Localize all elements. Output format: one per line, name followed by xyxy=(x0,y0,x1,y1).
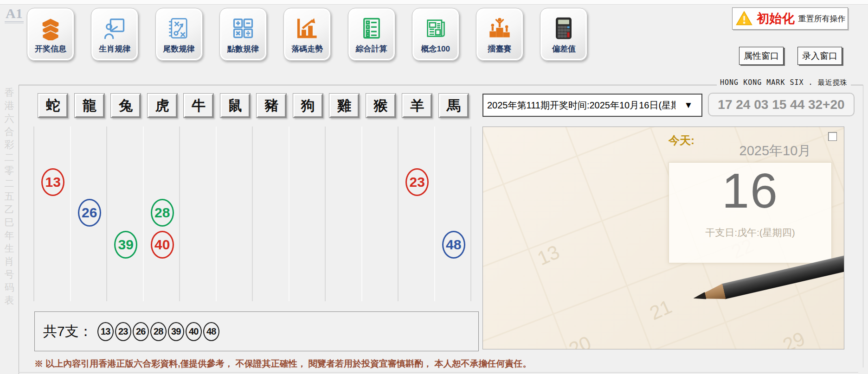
toolbar-button-label: 尾数规律 xyxy=(163,44,195,54)
toolbar-button-concept-100[interactable]: 概念100 xyxy=(412,8,459,61)
toolbar-button-label: 擂臺賽 xyxy=(488,44,512,54)
grid-number-40: 40 xyxy=(151,231,174,259)
toolbar-button-trend[interactable]: 落碼走勢 xyxy=(283,8,331,61)
latest-draw-numbers: 17 24 03 15 44 32+20 xyxy=(708,93,855,116)
disclaimer-text: ※ 以上內容引用香港正版六合彩資料,僅提供參考， 不保證其正確性， 閱覽者若用於… xyxy=(34,358,531,370)
tactics-icon xyxy=(166,15,192,42)
chart-icon xyxy=(295,16,319,40)
vertical-title-char: 乙 xyxy=(3,203,16,216)
grid-column-line xyxy=(434,127,435,301)
app-window: A1 开奖信息 生肖规律 尾数规律 xyxy=(0,0,868,374)
period-dropdown-value: 2025年第111期开奖时间:2025年10月16日(星期四) xyxy=(483,99,675,112)
vertical-title-char: 五 xyxy=(3,190,16,203)
vertical-title-char: 号 xyxy=(3,268,16,281)
grid-number-13: 13 xyxy=(41,168,64,196)
books-icon xyxy=(38,15,64,42)
toolbar-button-deviation[interactable]: 偏差值 xyxy=(540,8,587,61)
tactics-icon xyxy=(167,16,191,40)
summary-numbers: 13232628394048 xyxy=(97,322,221,341)
vertical-title-char: 巳 xyxy=(3,216,16,229)
zodiac-button-gou[interactable]: 狗 xyxy=(293,94,323,118)
vertical-title-char: 二 xyxy=(3,177,16,190)
toolbar-button-draw-info[interactable]: 开奖信息 xyxy=(27,8,74,61)
checklist-icon xyxy=(360,16,384,40)
newspaper-icon xyxy=(423,15,449,42)
summary-number-48: 48 xyxy=(203,322,219,341)
newspaper-icon xyxy=(424,16,448,40)
toolbar-button-label: 點數規律 xyxy=(227,44,259,54)
grid-column-line xyxy=(179,127,180,301)
bottom-divider xyxy=(19,372,858,373)
toolbar-button-zodiac-pattern[interactable]: 生肖规律 xyxy=(91,8,138,61)
math-grid-icon xyxy=(230,15,256,42)
summary-label: 共7支： xyxy=(43,322,93,341)
grid-column-line xyxy=(106,127,107,301)
zodiac-button-hu[interactable]: 虎 xyxy=(148,94,177,118)
entry-window-button[interactable]: 录入窗口 xyxy=(797,47,842,65)
summary-box: 共7支： 13232628394048 xyxy=(34,311,479,351)
toolbar-button-tail-pattern[interactable]: 尾数规律 xyxy=(155,8,203,61)
grid-column-line xyxy=(70,127,71,301)
grid-number-39: 39 xyxy=(114,231,137,259)
grid-column-line xyxy=(33,127,34,301)
grid-column-line xyxy=(325,127,326,301)
calendar-month-label: 2025年10月 xyxy=(708,142,842,160)
grid-column-line xyxy=(216,127,217,301)
corner-label: A1 xyxy=(5,6,24,23)
zodiac-button-yang[interactable]: 羊 xyxy=(402,94,432,118)
calendar-day-card: 16 干支日:戊午:(星期四) xyxy=(669,162,832,263)
zodiac-button-ji[interactable]: 雞 xyxy=(329,94,359,118)
grid-column-line xyxy=(143,127,144,301)
grid-column-line xyxy=(470,127,471,301)
vertical-title-char: 生 xyxy=(3,242,16,255)
summary-number-26: 26 xyxy=(133,322,149,341)
podium-icon xyxy=(488,16,512,40)
grid-column-line xyxy=(252,127,253,301)
calendar-day-number: 16 xyxy=(722,164,778,218)
zodiac-button-tu[interactable]: 兔 xyxy=(111,94,141,118)
summary-number-13: 13 xyxy=(97,322,114,341)
grid-number-23: 23 xyxy=(405,168,429,196)
toolbar-button-label: 落碼走勢 xyxy=(291,44,323,54)
toolbar-button-arena[interactable]: 擂臺賽 xyxy=(476,8,523,61)
calendar-panel: 1320212229 今天: 2025年10月 16 干支日:戊午:(星期四) xyxy=(482,127,844,349)
zodiac-button-zhu[interactable]: 豬 xyxy=(257,94,286,118)
zodiac-button-shu[interactable]: 鼠 xyxy=(220,94,250,118)
vertical-title-char: 零 xyxy=(3,164,16,177)
chevron-down-icon[interactable]: ▼ xyxy=(675,95,701,116)
vertical-title-char: 表 xyxy=(3,294,16,307)
books-icon xyxy=(39,16,63,40)
toolbar-button-point-pattern[interactable]: 點數規律 xyxy=(219,8,267,61)
toolbar-button-label: 生肖规律 xyxy=(99,44,130,54)
grid-column-line xyxy=(398,127,399,301)
vertical-title-char: 六 xyxy=(3,112,16,125)
panel-left-border xyxy=(19,85,19,374)
toolbar-button-composite-calc[interactable]: 綜合計算 xyxy=(348,8,395,61)
initialize-button[interactable]: 初始化 重置所有操作 xyxy=(732,7,848,30)
calendar-ganzhi-label: 干支日:戊午:(星期四) xyxy=(705,226,795,239)
summary-number-40: 40 xyxy=(186,322,202,341)
zodiac-button-ma[interactable]: 馬 xyxy=(439,94,469,118)
checklist-icon xyxy=(359,15,385,42)
summary-number-28: 28 xyxy=(150,322,167,341)
zodiac-button-she[interactable]: 蛇 xyxy=(38,94,68,118)
zodiac-button-long[interactable]: 龍 xyxy=(75,94,104,118)
top-strip xyxy=(0,0,868,5)
calculator-icon xyxy=(551,15,577,42)
vertical-title-char: 香 xyxy=(3,86,16,99)
vertical-title-char: 合 xyxy=(3,125,16,138)
toolbar-button-label: 概念100 xyxy=(421,44,450,54)
calendar-checkbox[interactable] xyxy=(828,132,837,141)
grid-column-line xyxy=(361,127,362,301)
warning-icon xyxy=(735,10,753,27)
grid-number-26: 26 xyxy=(78,199,101,227)
grid-number-48: 48 xyxy=(442,231,465,259)
zodiac-button-niu[interactable]: 牛 xyxy=(184,94,213,118)
presenter-icon xyxy=(103,16,127,40)
period-dropdown[interactable]: 2025年第111期开奖时间:2025年10月16日(星期四) ▼ xyxy=(482,94,702,117)
grid-column-line xyxy=(289,127,289,301)
zodiac-button-hou[interactable]: 猴 xyxy=(366,94,396,118)
podium-icon xyxy=(487,15,513,42)
vertical-title-char: 二 xyxy=(3,151,16,164)
properties-window-button[interactable]: 属性窗口 xyxy=(739,47,784,65)
